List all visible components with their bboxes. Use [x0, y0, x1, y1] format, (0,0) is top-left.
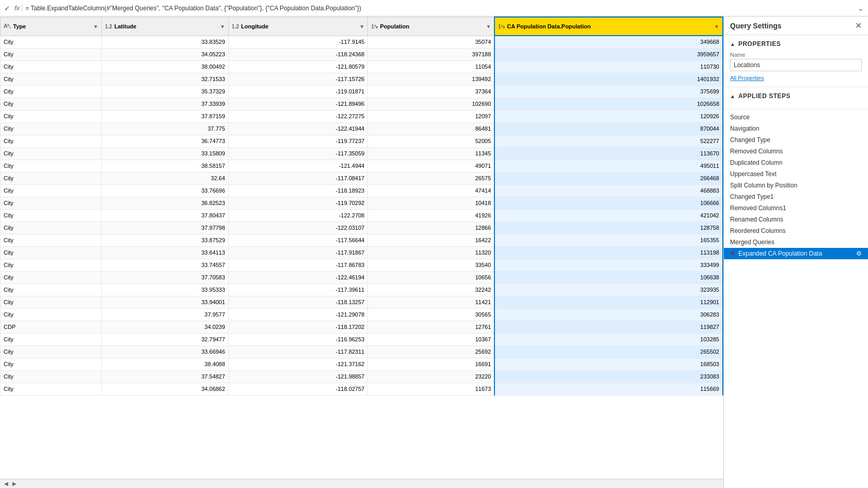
table-cell: 33.15809: [102, 147, 228, 160]
table-cell: 106666: [494, 197, 723, 209]
formula-expand-button[interactable]: ⌄: [858, 4, 864, 12]
table-row: City37.54827-121.9885723220233083: [1, 370, 723, 383]
step-item-reordered_columns[interactable]: Reordered Columns: [724, 225, 868, 237]
table-row: City32.79477-116.9625310367103285: [1, 333, 723, 345]
table-cell: -118.13257: [228, 296, 368, 308]
table-cell: City: [1, 296, 102, 308]
table-cell: 33.95333: [102, 284, 228, 296]
table-row: City33.87529-117.5664416422165355: [1, 234, 723, 246]
step-item-changed_type[interactable]: Changed Type: [724, 134, 868, 146]
step-item-source[interactable]: Source⚙: [724, 112, 868, 123]
applied-steps-header: ▲ APPLIED STEPS: [730, 92, 862, 100]
scroll-left-button[interactable]: ◀: [2, 481, 10, 486]
step-item-duplicated_column[interactable]: Duplicated Column: [724, 157, 868, 168]
table-cell: 34.05223: [102, 48, 228, 60]
table-row: City33.95333-117.3961132242323935: [1, 284, 723, 296]
lon-col-name: Longitude: [241, 23, 358, 29]
table-cell: -121.80579: [228, 60, 368, 73]
table-cell: City: [1, 36, 102, 48]
table-cell: 112901: [494, 296, 723, 308]
step-item-renamed_columns[interactable]: Renamed Columns: [724, 214, 868, 225]
table-cell: 11320: [368, 246, 494, 259]
table-cell: 120926: [494, 110, 723, 122]
table-row: CDP34.0239-118.1720212761119827: [1, 321, 723, 333]
col-header-type[interactable]: Aᵇ꜀ Type ▼: [1, 17, 102, 36]
table-cell: 468883: [494, 184, 723, 197]
data-table[interactable]: Aᵇ꜀ Type ▼ 1.2 Latitude ▼: [0, 17, 723, 479]
step-name-duplicated_column: Duplicated Column: [730, 159, 862, 166]
table-cell: 113670: [494, 147, 723, 160]
applied-steps-collapse-icon[interactable]: ▲: [730, 93, 735, 99]
table-cell: 168503: [494, 358, 723, 370]
table-row: City33.15809-117.3505911345113670: [1, 147, 723, 160]
panel-title: Query Settings: [730, 22, 782, 30]
table-cell: City: [1, 209, 102, 222]
table-cell: 38.00492: [102, 60, 228, 73]
table-row: City34.05223-118.243683971883959657: [1, 48, 723, 60]
bottom-scrollbar[interactable]: ◀ ▶: [0, 479, 723, 488]
table-cell: 10656: [368, 271, 494, 284]
properties-collapse-icon[interactable]: ▲: [730, 41, 735, 47]
name-input[interactable]: [730, 59, 862, 71]
table-cell: 16422: [368, 234, 494, 246]
step-gear-icon-expanded_ca[interactable]: ⚙: [856, 250, 862, 257]
col-header-longitude[interactable]: 1.2 Longitude ▼: [228, 17, 368, 36]
table-cell: 36.74773: [102, 135, 228, 147]
table-cell: 266468: [494, 172, 723, 184]
table-cell: City: [1, 222, 102, 234]
table-cell: -118.24368: [228, 48, 368, 60]
type-col-filter-icon[interactable]: ▼: [93, 24, 98, 29]
step-item-removed_columns1[interactable]: Removed Columns1: [724, 202, 868, 214]
table-cell: 495011: [494, 160, 723, 172]
table-cell: 35074: [368, 36, 494, 48]
table-row: City37.70583-122.4619410656106638: [1, 271, 723, 284]
scroll-right-button[interactable]: ▶: [10, 481, 19, 486]
table-cell: -117.35059: [228, 147, 368, 160]
capop-col-filter-icon[interactable]: ▼: [714, 24, 719, 29]
data-grid-area: Aᵇ꜀ Type ▼ 1.2 Latitude ▼: [0, 17, 723, 488]
lon-col-type-icon: 1.2: [232, 24, 239, 29]
table-row: City33.83529-117.914535074349668: [1, 36, 723, 48]
table-row: City37.80437-122.270841926421042: [1, 209, 723, 222]
name-property-row: Name: [730, 52, 862, 71]
table-cell: -117.39611: [228, 284, 368, 296]
panel-close-button[interactable]: ✕: [855, 21, 862, 30]
step-item-merged_queries[interactable]: Merged Queries⚙: [724, 237, 868, 248]
formula-icons: ✓ fx: [4, 4, 22, 12]
all-properties-link[interactable]: All Properties: [730, 75, 764, 81]
col-header-latitude[interactable]: 1.2 Latitude ▼: [102, 17, 228, 36]
table-cell: 306283: [494, 308, 723, 321]
table-cell: 128758: [494, 222, 723, 234]
table-cell: -121.89496: [228, 98, 368, 110]
table-cell: -118.17202: [228, 321, 368, 333]
confirm-icon[interactable]: ✓: [4, 4, 10, 12]
table-cell: -117.82311: [228, 345, 368, 358]
fx-label: fx: [12, 4, 22, 12]
table-cell: 37.87159: [102, 110, 228, 122]
table-cell: 102690: [368, 98, 494, 110]
step-item-changed_type1[interactable]: Changed Type1: [724, 191, 868, 202]
query-settings-panel: Query Settings ✕ ▲ PROPERTIES Name All P…: [723, 17, 868, 488]
applied-steps-list: Source⚙Navigation⚙Changed TypeRemoved Co…: [724, 109, 868, 488]
table-cell: 52005: [368, 135, 494, 147]
table-row: City37.97798-122.0310712866128758: [1, 222, 723, 234]
table-cell: City: [1, 246, 102, 259]
table-cell: 33.87529: [102, 234, 228, 246]
col-header-ca-population[interactable]: 1²₃ CA Population Data.Population ▼: [494, 17, 723, 36]
col-header-population[interactable]: 1²₃ Population ▼: [368, 17, 494, 36]
pop-col-filter-icon[interactable]: ▼: [486, 24, 491, 29]
table-cell: CDP: [1, 321, 102, 333]
table-row: City37.87159-122.2727512097120926: [1, 110, 723, 122]
step-item-split_column[interactable]: Split Column by Position⚙: [724, 180, 868, 191]
table-cell: City: [1, 60, 102, 73]
table-cell: City: [1, 122, 102, 135]
step-item-removed_columns[interactable]: Removed Columns: [724, 146, 868, 157]
table-cell: 35.37329: [102, 85, 228, 98]
step-item-expanded_ca[interactable]: ✕Expanded CA Population Data⚙: [724, 248, 868, 259]
table-cell: 139492: [368, 73, 494, 85]
lon-col-filter-icon[interactable]: ▼: [360, 24, 365, 29]
step-item-uppercased_text[interactable]: Uppercased Text: [724, 168, 868, 180]
step-item-navigation[interactable]: Navigation⚙: [724, 123, 868, 134]
table-cell: 32.79477: [102, 333, 228, 345]
lat-col-filter-icon[interactable]: ▼: [220, 24, 225, 29]
